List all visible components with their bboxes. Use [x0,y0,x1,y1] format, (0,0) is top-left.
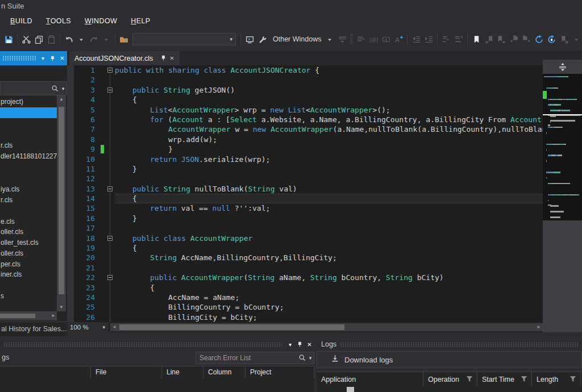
enable-bookmarks-icon[interactable] [533,33,545,45]
scroll-left-icon[interactable]: ◄ [112,323,117,331]
folding-margin[interactable] [106,223,115,233]
menu-item-build[interactable]: BUILD [3,12,39,30]
error-column-file[interactable]: File [91,366,162,379]
breakpoint-margin[interactable] [67,312,74,322]
search-icon[interactable] [50,84,60,93]
folding-margin[interactable] [106,85,115,95]
cut-icon[interactable] [20,33,32,45]
logs-title-bar[interactable]: Logs [317,339,582,350]
sidebar-search-input[interactable] [1,85,50,93]
tree-item[interactable]: r.cls [0,195,57,206]
code-line[interactable]: 11} [67,164,543,174]
pin-icon[interactable] [160,55,167,62]
tool-window-bottom-tab[interactable]: al History for Sales... [0,322,67,336]
breakpoint-margin[interactable] [67,253,74,262]
error-column-description[interactable] [0,366,91,379]
window-split-icon[interactable] [336,33,348,45]
error-column-project[interactable]: Project [246,366,314,379]
title-bar[interactable]: n Suite [0,0,582,12]
code-line[interactable]: 8wrp.add(w); [67,135,543,144]
code-line[interactable]: 9} [67,144,543,154]
code-line[interactable]: 15return val == null ?'':val; [67,203,543,213]
breakpoint-margin[interactable] [67,273,74,282]
filter-funnel-icon[interactable] [465,375,473,385]
folding-margin[interactable] [106,164,115,174]
tree-item[interactable]: oller.cls [0,227,57,237]
sidebar-vertical-scrollbar[interactable]: ▲ ▼ [57,95,66,311]
breakpoint-margin[interactable] [67,65,74,75]
folding-margin[interactable] [106,95,115,105]
minimap-content[interactable] [543,74,582,220]
code-line[interactable]: 25BillingCountry = bCountry; [67,302,543,312]
pin-icon[interactable] [48,53,57,63]
toolbar-overflow-icon[interactable] [570,33,582,45]
folding-margin[interactable] [106,283,115,293]
menu-item-help[interactable]: HELP [124,12,157,30]
folding-margin[interactable] [106,312,115,322]
code-line[interactable]: 14{ [67,194,543,203]
code-line[interactable]: 18public class AccountWrapper [67,233,543,243]
breakpoint-margin[interactable] [67,203,74,213]
breakpoint-margin[interactable] [67,214,74,223]
toolbar-combobox-input[interactable] [133,35,227,43]
folding-margin[interactable] [106,174,115,184]
code-line[interactable]: 24AccName = aName; [67,293,543,302]
document-tab[interactable]: AccountJSONCreator.cls ✕ [69,51,180,65]
folding-margin[interactable] [106,75,115,85]
breakpoint-margin[interactable] [67,184,74,194]
tool-window-header[interactable]: ▾ ✕ [0,51,67,65]
error-list-title-bar[interactable]: ▾ ✕ [0,339,314,350]
scrollbar-thumb[interactable] [119,324,344,330]
logs-column-application[interactable]: Application [317,372,423,387]
feedback-icon[interactable] [243,33,256,45]
font-increase-icon[interactable]: A [392,33,405,45]
folding-margin[interactable] [106,253,115,262]
clear-bookmarks-icon[interactable] [558,33,570,45]
copy-icon[interactable] [32,33,45,45]
code-line[interactable]: 22public AccountWrapper(String aName, St… [67,273,543,282]
breakpoint-margin[interactable] [67,263,74,273]
code-line[interactable]: 4{ [67,95,543,105]
code-line[interactable]: 6for (Account a : [Select a.Website, a.N… [67,115,543,124]
surround-with-icon[interactable]: a [380,33,392,45]
folding-margin[interactable] [106,203,115,213]
logs-body[interactable] [317,386,582,392]
folding-margin[interactable] [106,293,115,302]
chevron-down-icon[interactable]: ▾ [38,53,48,63]
decrease-indent-icon[interactable] [410,33,422,45]
error-filter-fragment[interactable]: gs [2,353,9,361]
at-symbol-icon[interactable]: [@] [367,33,380,45]
breakpoint-margin[interactable] [67,135,74,144]
breakpoint-margin[interactable] [67,155,74,164]
tree-item[interactable]: r.cls [0,140,57,151]
comment-lines-icon[interactable] [355,33,367,45]
toggle-bookmark-icon[interactable] [470,33,483,45]
breakpoint-margin[interactable] [67,243,74,253]
folding-margin[interactable] [106,105,115,115]
tree-item[interactable]: iya.cls [0,184,57,195]
folding-margin[interactable] [106,184,115,194]
undo-dropdown-icon[interactable] [75,33,88,45]
folding-margin[interactable] [106,273,115,282]
scroll-right-icon[interactable]: ► [51,311,56,320]
folding-margin[interactable] [106,263,115,273]
close-icon[interactable]: ✕ [305,340,314,349]
breakpoint-margin[interactable] [67,164,74,174]
tree-item[interactable]: per.cls [0,259,57,270]
close-icon[interactable]: ✕ [169,55,174,61]
tree-item[interactable]: e.cls [0,216,57,227]
error-column-column[interactable]: Column [203,366,246,379]
folding-margin[interactable] [106,194,115,203]
other-windows-dropdown-icon[interactable] [323,33,336,45]
folding-margin[interactable] [106,243,115,253]
redo-icon[interactable] [88,33,100,45]
tree-item[interactable]: oller.cls [0,248,57,259]
error-list-body[interactable] [0,378,314,392]
breakpoint-margin[interactable] [67,302,74,312]
next-bookmark-folder-icon[interactable] [520,33,533,45]
error-search-input[interactable] [196,354,297,362]
drag-grip[interactable] [340,342,579,347]
error-column-line[interactable]: Line [162,366,203,379]
code-line[interactable]: 5List<AccountWrapper> wrp = new List<Acc… [67,105,543,115]
pin-icon[interactable] [295,340,305,349]
